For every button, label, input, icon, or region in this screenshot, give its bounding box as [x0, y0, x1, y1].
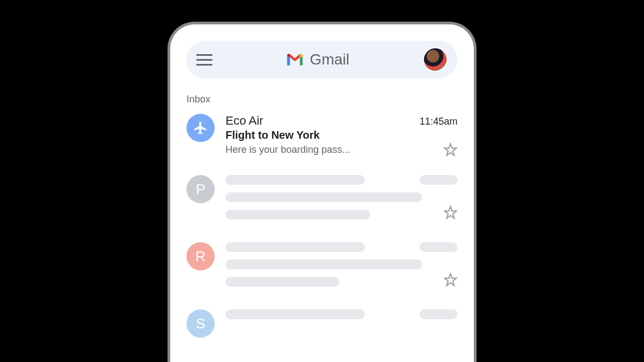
email-time: 11:45am	[420, 116, 458, 127]
placeholder-line	[226, 277, 339, 287]
star-icon[interactable]	[443, 205, 458, 219]
email-sender: Eco Air	[226, 114, 263, 128]
placeholder-line	[226, 260, 422, 269]
sender-avatar: P	[186, 175, 215, 203]
section-label: Inbox	[186, 94, 458, 105]
sender-avatar	[186, 114, 215, 142]
email-subject: Flight to New York	[226, 129, 458, 141]
email-item-placeholder[interactable]: R	[186, 232, 458, 300]
sender-avatar: S	[186, 309, 215, 338]
placeholder-line	[226, 242, 365, 252]
sender-avatar: R	[186, 242, 215, 270]
star-icon[interactable]	[443, 273, 458, 287]
placeholder-line	[226, 192, 422, 202]
placeholder-line	[420, 242, 458, 252]
placeholder-line	[420, 175, 458, 185]
email-item[interactable]: Eco Air 11:45am Flight to New York Here …	[186, 105, 458, 165]
star-icon[interactable]	[443, 143, 458, 157]
gmail-logo-icon	[286, 53, 304, 67]
email-item-placeholder[interactable]: S	[186, 300, 458, 351]
search-bar[interactable]: Gmail	[186, 41, 458, 79]
app-name: Gmail	[310, 51, 349, 68]
email-content: Eco Air 11:45am Flight to New York Here …	[226, 114, 458, 157]
profile-avatar[interactable]	[423, 47, 448, 72]
phone-frame: Gmail Inbox Eco Air 11:45am Flight to Ne…	[168, 22, 476, 362]
email-item-placeholder[interactable]: P	[186, 165, 458, 232]
airplane-icon	[193, 120, 208, 135]
placeholder-line	[226, 210, 370, 219]
placeholder-line	[420, 309, 458, 319]
placeholder-line	[226, 175, 365, 185]
gmail-brand: Gmail	[221, 51, 414, 68]
menu-icon[interactable]	[196, 51, 212, 68]
placeholder-line	[226, 309, 365, 319]
email-snippet: Here is your boarding pass...	[226, 144, 350, 156]
